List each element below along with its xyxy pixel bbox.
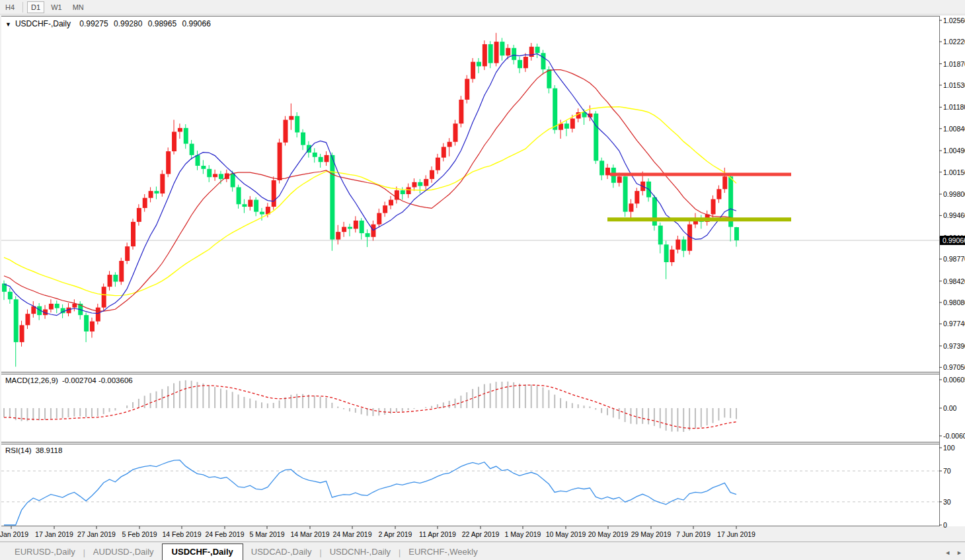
price-axis-label: 0.98420 [943,277,965,285]
tab-usdchf-daily[interactable]: USDCHF-,Daily [162,543,243,560]
price-axis-label: 0.99460 [943,211,965,219]
timeframe-toolbar: H4D1W1MN [0,0,965,15]
date-axis: 8 Jan 201917 Jan 201927 Jan 20195 Feb 20… [0,526,939,542]
price-axis-label: 1.01180 [943,103,965,111]
rsi-name: RSI(14) [5,446,32,454]
price-axis-label: 1.00490 [943,147,965,155]
rsi-indicator-label: RSI(14)38.9118 [5,446,62,454]
timeframe-button-w1[interactable]: W1 [47,1,66,13]
date-axis-label: 17 Jan 2019 [35,530,73,538]
date-axis-label: 24 Mar 2019 [333,530,372,538]
date-axis-label: 5 Mar 2019 [249,530,284,538]
date-axis-label: 24 Feb 2019 [206,530,245,538]
date-axis-label: 14 Feb 2019 [163,530,202,538]
price-axis-label: 0.98770 [943,255,965,263]
macd-axis-label: 0.00 [943,404,956,412]
macd-name: MACD(12,26,9) [5,376,58,384]
trading-terminal: H4D1W1MN ▼USDCHF-,Daily 0.99275 0.99280 … [0,0,965,560]
date-axis-label: 22 Apr 2019 [462,530,500,538]
rsi-pane[interactable] [1,444,939,526]
price-axis-label: 0.97740 [943,320,965,328]
price-axis-label: 1.02220 [943,38,965,46]
price-axis-label: 1.00840 [943,125,965,133]
rsi-axis-label: 30 [943,498,951,506]
date-axis-label: 7 Jun 2019 [676,530,711,538]
timeframe-button-d1[interactable]: D1 [27,1,44,13]
price-axis-label: 0.98080 [943,298,965,306]
current-price-tag: 0.99066 [940,236,965,245]
chart-tab-bar: EURUSD-,Daily|AUDUSD-,DailyUSDCHF-,Daily… [0,542,965,560]
symbol-dropdown-icon[interactable]: ▼ [5,21,11,28]
date-axis-label: 14 Mar 2019 [291,530,330,538]
symbol-name: USDCHF-,Daily [15,19,71,28]
date-axis-label: 27 Jan 2019 [77,530,116,538]
macd-axis-label: -0.006096 [943,432,965,440]
tab-scroll-left-icon[interactable]: ◄ [945,549,950,556]
price-axis-label: 0.99800 [943,190,965,198]
tab-eurusd-daily[interactable]: EURUSD-,Daily [7,545,83,559]
tab-eurchf-weekly[interactable]: EURCHF-,Weekly [401,545,486,559]
tab-usdcnh-daily[interactable]: USDCNH-,Daily [322,545,399,559]
timeframe-button-h4[interactable]: H4 [1,1,19,13]
price-axis-label: 1.01530 [943,81,965,89]
price-axis-label: 0.97050 [943,363,965,371]
price-axis-label: 0.97390 [943,342,965,350]
date-axis-label: 8 Jan 2019 [0,530,28,538]
macd-axis-label: 0.006058 [943,376,965,384]
timeframe-button-mn[interactable]: MN [69,1,88,13]
date-axis-label: 29 May 2019 [631,530,672,538]
rsi-value: 38.9118 [36,446,63,454]
toolbar-separator [22,2,23,13]
rsi-axis-label: 0 [943,521,947,529]
date-axis-label: 20 May 2019 [588,530,629,538]
date-axis-label: 1 May 2019 [505,530,541,538]
tab-scroll-arrows: ◄► [945,549,962,556]
macd-indicator-label: MACD(12,26,9)-0.002704 -0.003606 [5,376,133,384]
ohlc-low: 0.98965 [148,19,176,28]
tab-scroll-right-icon[interactable]: ► [956,549,962,556]
ohlc-open: 0.99275 [79,19,108,28]
date-axis-label: 5 Feb 2019 [122,530,157,538]
macd-main-value: -0.002704 [62,376,96,384]
date-axis-label: 2 Apr 2019 [379,530,412,538]
rsi-axis-label: 70 [943,467,951,475]
ohlc-close: 0.99066 [182,19,210,28]
ohlc-high: 0.99280 [114,19,142,28]
macd-pane[interactable] [1,374,939,442]
date-axis-label: 10 May 2019 [546,530,586,538]
date-axis-label: 17 Jun 2019 [717,530,755,538]
date-axis-label: 11 Apr 2019 [419,530,456,538]
macd-signal-value: -0.003606 [98,376,133,384]
price-axis: 1.025601.022201.018701.015301.011801.008… [939,16,965,526]
price-axis-label: 1.01870 [943,60,965,68]
tab-usdcad-daily[interactable]: USDCAD-,Daily [243,545,320,559]
rsi-axis-label: 100 [943,444,955,452]
price-axis-label: 1.00150 [943,168,965,176]
tab-audusd-daily[interactable]: AUDUSD-,Daily [85,545,162,559]
chart-title: ▼USDCHF-,Daily 0.99275 0.99280 0.98965 0… [5,19,214,28]
price-axis-label: 1.02560 [943,17,965,24]
price-chart-pane[interactable] [1,16,939,372]
